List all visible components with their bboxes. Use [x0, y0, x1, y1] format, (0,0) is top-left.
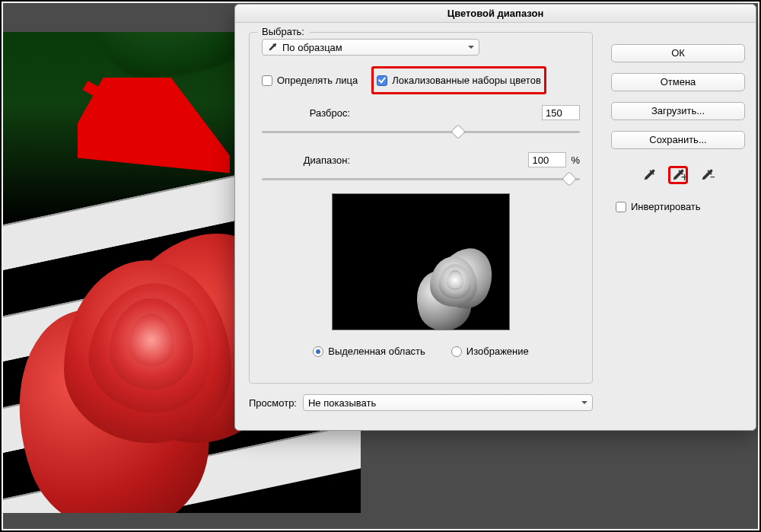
selection-preview — [332, 193, 510, 330]
preview-mode-selection-radio[interactable]: Выделенная область — [313, 346, 425, 357]
eyedropper-subtract-icon[interactable]: − — [697, 166, 717, 184]
preview-dropdown-label: Просмотр: — [249, 397, 297, 409]
cancel-button[interactable]: Отмена — [611, 73, 745, 91]
localized-colors-label: Локализованные наборы цветов — [392, 75, 541, 86]
dialog-title: Цветовой диапазон — [235, 5, 756, 23]
sample-mode-value: По образцам — [282, 42, 342, 53]
save-button[interactable]: Сохранить... — [611, 131, 745, 149]
invert-label: Инвертировать — [631, 201, 701, 212]
preview-mode-image-radio[interactable]: Изображение — [451, 346, 529, 357]
select-fieldset: Выбрать: По образцам Определять лица — [249, 32, 593, 384]
ok-button[interactable]: ОК — [611, 44, 745, 62]
preview-dropdown[interactable]: Не показывать — [303, 394, 593, 411]
eyedropper-sample-icon[interactable] — [639, 166, 659, 184]
preview-dropdown-value: Не показывать — [308, 397, 376, 409]
localized-colors-checkbox[interactable]: Локализованные наборы цветов — [377, 75, 541, 86]
detect-faces-label: Определять лица — [277, 75, 358, 86]
svg-text:+: + — [681, 170, 686, 183]
localized-highlight: Локализованные наборы цветов — [371, 66, 546, 94]
annotation-arrow — [78, 78, 230, 177]
fuzziness-slider[interactable] — [262, 125, 580, 139]
range-label: Диапазон: — [262, 155, 361, 166]
radio-icon — [313, 346, 323, 357]
range-slider[interactable] — [262, 172, 580, 186]
eyedropper-icon — [267, 42, 278, 53]
eyedropper-add-icon[interactable]: + — [668, 166, 688, 184]
select-group-label: Выбрать: — [257, 26, 309, 37]
load-button[interactable]: Загрузить... — [611, 102, 745, 120]
sample-mode-select[interactable]: По образцам — [262, 39, 479, 56]
radio-icon — [451, 346, 462, 357]
checkbox-icon — [377, 75, 387, 86]
detect-faces-checkbox[interactable]: Определять лица — [262, 75, 358, 86]
fuzziness-label: Разброс: — [262, 107, 361, 119]
range-input[interactable] — [528, 152, 566, 167]
invert-checkbox[interactable]: Инвертировать — [611, 201, 745, 212]
svg-text:−: − — [710, 170, 715, 183]
preview-mode-selection-label: Выделенная область — [328, 346, 425, 357]
color-range-dialog: Цветовой диапазон Выбрать: По образцам — [234, 4, 756, 431]
preview-mode-image-label: Изображение — [466, 346, 529, 357]
range-unit: % — [566, 155, 580, 166]
svg-line-0 — [85, 85, 207, 154]
fuzziness-input[interactable] — [542, 105, 580, 120]
checkbox-icon — [262, 75, 272, 86]
eyedropper-tools: + − — [611, 166, 745, 184]
checkbox-icon — [616, 202, 626, 212]
